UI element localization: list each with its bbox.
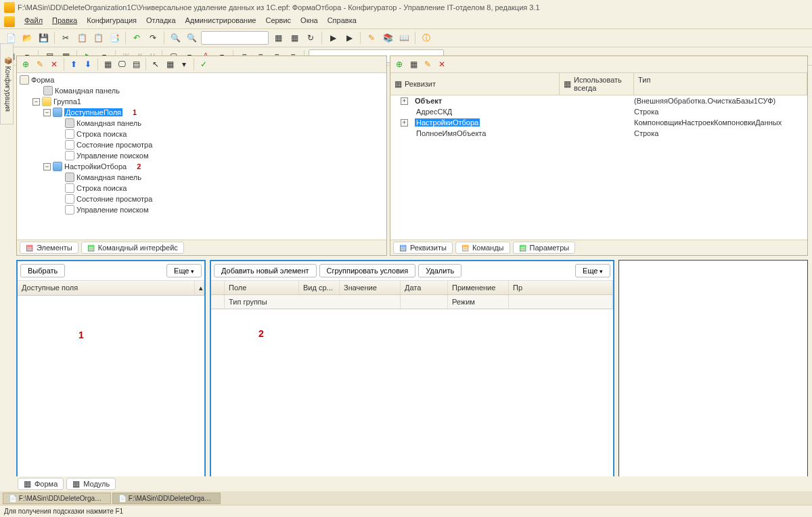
expand-collapse-icon[interactable]: −: [32, 98, 40, 106]
copy-icon[interactable]: 📋: [75, 31, 89, 45]
delete-icon[interactable]: ✕: [48, 58, 60, 70]
menu-config[interactable]: Конфигурация: [87, 16, 137, 27]
tree-item[interactable]: Состояние просмотра: [17, 194, 386, 204]
menu-service[interactable]: Сервис: [265, 16, 291, 27]
redo-icon[interactable]: ↷: [146, 31, 160, 45]
tab-form[interactable]: ▦Форма: [18, 478, 64, 490]
tree-item[interactable]: Строка поиска: [17, 183, 386, 194]
tree-item[interactable]: Командная панель: [17, 85, 386, 96]
open-icon[interactable]: 📂: [20, 31, 34, 45]
save-icon[interactable]: 💾: [37, 31, 50, 45]
compare-icon[interactable]: 📑: [108, 31, 121, 45]
tb-btn-b[interactable]: ▦: [288, 31, 301, 45]
menu-help[interactable]: Справка: [328, 16, 357, 27]
find-icon[interactable]: 🔍: [168, 31, 182, 45]
tb-i[interactable]: ▾: [178, 58, 190, 70]
menu-debug[interactable]: Отладка: [146, 16, 175, 27]
tree-item[interactable]: Строка поиска: [17, 129, 386, 139]
grid-icon: [53, 108, 62, 117]
tree-item[interactable]: Командная панель: [17, 118, 386, 129]
grid-icon[interactable]: ▦: [102, 58, 114, 70]
add-element-button[interactable]: Добавить новый элемент: [214, 264, 317, 277]
expand-collapse-icon[interactable]: −: [43, 163, 51, 171]
props-header: ▦Реквизит ▦Использовать всегда Тип: [390, 73, 807, 95]
more-button-1[interactable]: Еще: [166, 264, 202, 277]
combo-1[interactable]: [201, 31, 269, 45]
add-icon[interactable]: ⊕: [20, 58, 32, 70]
menu-edit[interactable]: Правка: [52, 16, 77, 27]
tree-root[interactable]: Форма: [17, 74, 386, 85]
tb-h[interactable]: ▦: [164, 58, 176, 70]
menu-file[interactable]: Файл: [24, 16, 43, 27]
expand-collapse-icon[interactable]: −: [43, 109, 51, 116]
expand-icon[interactable]: +: [401, 119, 408, 127]
window-title: F:\MASin\DD\DeleteOrganization1C\Универс…: [18, 3, 540, 12]
tab-requisites[interactable]: ▤Реквизиты: [393, 242, 453, 254]
tb-btn-e[interactable]: 📖: [397, 31, 411, 45]
tab-commands[interactable]: ▤Команды: [455, 242, 510, 254]
props-toolbar: ⊕ ▦ ✎ ✕: [390, 56, 807, 73]
win-tab-1[interactable]: 📄 F:\MASin\DD\DeleteOrganiza...: [3, 493, 111, 504]
line-icon: [65, 183, 74, 193]
expand-icon[interactable]: +: [401, 97, 408, 105]
tb-btn-c[interactable]: ↻: [304, 31, 317, 45]
prop-row[interactable]: АдресСКДСтрока: [390, 106, 807, 117]
undo-icon[interactable]: ↶: [130, 31, 143, 45]
delete-button[interactable]: Удалить: [418, 264, 461, 277]
line-icon: [65, 129, 74, 139]
list-icon[interactable]: ▤: [130, 58, 142, 70]
edit-icon[interactable]: ✎: [34, 58, 46, 70]
prop-row[interactable]: ПолноеИмяОбъектаСтрока: [390, 128, 807, 139]
tree-item[interactable]: Управление поиском: [17, 150, 386, 161]
available-fields-pane: Выбрать Еще Доступные поля▴ 1: [16, 260, 206, 479]
new-icon[interactable]: 📄: [4, 31, 18, 45]
select-button[interactable]: Выбрать: [20, 264, 65, 277]
tree-item[interactable]: −НастройкиОтбора2: [17, 161, 386, 172]
help-icon[interactable]: ⓘ: [420, 31, 433, 45]
tb-g[interactable]: ↖: [150, 58, 162, 70]
tree-item[interactable]: Командная панель: [17, 172, 386, 183]
tree-item[interactable]: −Группа1: [17, 96, 386, 107]
props-tree[interactable]: +Объект(ВнешняяОбработка.ОчисткаБазы1СУФ…: [390, 95, 807, 240]
menu-admin[interactable]: Администрирование: [185, 16, 256, 27]
header-available[interactable]: Доступные поля: [18, 281, 195, 295]
elements-tree[interactable]: Форма Командная панель−Группа1−Доступные…: [17, 73, 386, 240]
status-text: Для получения подсказки нажмите F1: [4, 508, 123, 515]
prop-row[interactable]: +НастройкиОтбораКомпоновщикНастроекКомпо…: [390, 117, 807, 128]
win-tab-2[interactable]: 📄 F:\MASin\DD\DeleteOrganiza...: [112, 493, 221, 504]
menu-windows[interactable]: Окна: [300, 16, 318, 27]
tab-cmdinterface[interactable]: ▤Командный интерфейс: [81, 242, 184, 254]
tree-item[interactable]: Управление поиском: [17, 204, 386, 215]
add-prop-icon[interactable]: ⊕: [393, 58, 405, 70]
run-icon[interactable]: ▶: [326, 31, 340, 45]
tree-item[interactable]: Состояние просмотра: [17, 139, 386, 150]
check-icon[interactable]: ✓: [198, 58, 210, 70]
fold-icon: [42, 97, 51, 106]
syntax-icon[interactable]: ✎: [365, 31, 378, 45]
sidebar-config-tab[interactable]: 📦 Конфигурация: [0, 43, 14, 125]
col-requisite[interactable]: Реквизит: [405, 80, 436, 88]
del-prop-icon[interactable]: ✕: [436, 58, 448, 70]
col-type[interactable]: Тип: [634, 73, 807, 95]
down-icon[interactable]: ⬇: [82, 58, 94, 70]
edit-prop-icon[interactable]: ✎: [422, 58, 434, 70]
titlebar: F:\MASin\DD\DeleteOrganization1C\Универс…: [0, 0, 812, 15]
menu-icon[interactable]: [4, 16, 15, 27]
tb-btn-a[interactable]: ▦: [271, 31, 285, 45]
tab-module[interactable]: ▦Модуль: [66, 478, 116, 490]
zoom-icon[interactable]: 🔍: [185, 31, 198, 45]
monitor-icon[interactable]: 🖵: [116, 58, 128, 70]
up-icon[interactable]: ⬆: [68, 58, 80, 70]
more-button-2[interactable]: Еще: [575, 264, 610, 277]
add-col-icon[interactable]: ▦: [407, 58, 420, 70]
col-always[interactable]: Использовать всегда: [574, 76, 629, 92]
cut-icon[interactable]: ✂: [59, 31, 72, 45]
prop-row[interactable]: +Объект(ВнешняяОбработка.ОчисткаБазы1СУФ…: [390, 95, 807, 106]
tab-params[interactable]: ▤Параметры: [513, 242, 576, 254]
tab-elements[interactable]: ▤Элементы: [20, 242, 78, 254]
paste-icon[interactable]: 📋: [91, 31, 105, 45]
tb-btn-d[interactable]: 📚: [381, 31, 394, 45]
debug-icon[interactable]: ▶: [342, 31, 356, 45]
group-button[interactable]: Сгруппировать условия: [319, 264, 416, 277]
tree-item[interactable]: −ДоступныеПоля1: [17, 107, 386, 118]
